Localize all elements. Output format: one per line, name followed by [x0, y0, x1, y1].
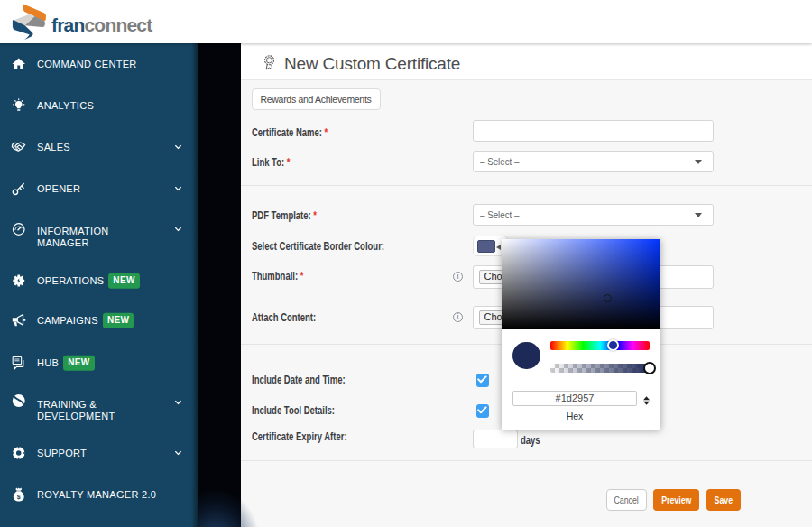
svg-text:$: $ — [16, 494, 20, 501]
